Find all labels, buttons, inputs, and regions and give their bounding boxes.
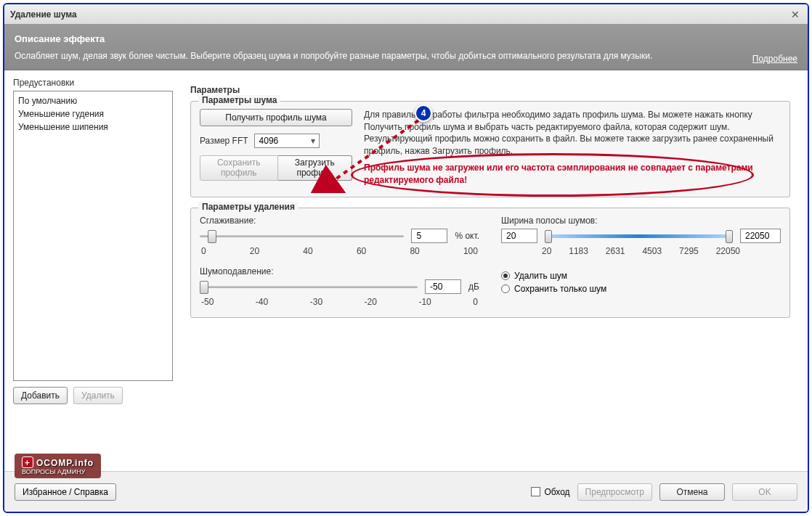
smoothing-slider[interactable] (200, 229, 404, 243)
band-range-slider[interactable] (545, 229, 733, 243)
presets-label: Предустановки (13, 78, 173, 88)
reduction-unit: дБ (468, 282, 479, 292)
close-icon[interactable]: ✕ (789, 8, 802, 21)
description-heading: Описание эффекта (15, 33, 797, 44)
preset-item[interactable]: Уменьшение шипения (18, 120, 168, 134)
dialog-window: Удаление шума ✕ Описание эффекта Ослабля… (3, 3, 809, 513)
fft-select[interactable]: 4096 (254, 134, 320, 148)
radio-icon (501, 271, 510, 280)
error-highlight-ellipse (351, 153, 754, 197)
presets-column: Предустановки По умолчанию Уменьшение гу… (13, 78, 173, 404)
description-text: Ослабляет шум, делая звук более чистым. … (15, 50, 797, 62)
noise-params-group: Параметры шума Получить профиль шума Раз… (190, 101, 790, 197)
preset-item[interactable]: Уменьшение гудения (18, 107, 168, 120)
band-high-input[interactable] (740, 229, 781, 243)
description-panel: Описание эффекта Ослабляет шум, делая зв… (4, 25, 808, 70)
plus-icon: + (22, 456, 33, 468)
reduction-slider[interactable] (200, 279, 418, 294)
load-profile-button[interactable]: Загрузить профиль (278, 155, 353, 181)
noise-params-title: Параметры шума (198, 95, 280, 105)
remove-preset-button[interactable]: Удалить (73, 387, 123, 404)
parameters-group: Параметры Параметры шума Получить профил… (182, 78, 799, 318)
reduction-label: Шумоподавление: (200, 266, 479, 277)
get-profile-button[interactable]: Получить профиль шума (200, 109, 352, 126)
fft-label: Размер FFT (200, 136, 248, 146)
bypass-checkbox[interactable]: Обход (531, 487, 570, 497)
removal-params-group: Параметры удаления Сглаживание: % окт. (190, 208, 790, 318)
save-profile-button[interactable]: Сохранить профиль (200, 155, 278, 181)
radio-remove-noise[interactable]: Удалить шум (501, 271, 781, 281)
footer: Избранное / Справка Обход Предпросмотр О… (4, 471, 808, 512)
watermark: +OCOMP.info ВОПРОСЫ АДМИНУ (15, 454, 101, 478)
more-link[interactable]: Подробнее (752, 54, 797, 64)
band-ticks: 20118326314503729522050 (501, 246, 781, 256)
add-preset-button[interactable]: Добавить (13, 387, 68, 404)
parameters-title: Параметры (190, 85, 790, 95)
smoothing-unit: % окт. (455, 231, 479, 241)
reduction-input[interactable] (425, 279, 461, 294)
body: Предустановки По умолчанию Уменьшение гу… (4, 70, 808, 411)
smoothing-label: Сглаживание: (200, 216, 479, 226)
presets-list[interactable]: По умолчанию Уменьшение гудения Уменьшен… (13, 91, 173, 381)
band-label: Ширина полосы шумов: (501, 216, 781, 226)
ok-button[interactable]: OK (732, 483, 797, 501)
checkbox-icon (531, 487, 540, 496)
smoothing-ticks: 020406080100 (200, 246, 479, 256)
window-title: Удаление шума (10, 9, 789, 20)
parameters-column: Параметры Параметры шума Получить профил… (182, 78, 799, 404)
annotation-bubble-4: 4 (415, 105, 432, 122)
titlebar: Удаление шума ✕ (4, 4, 808, 25)
cancel-button[interactable]: Отмена (659, 483, 725, 501)
radio-keep-noise[interactable]: Сохранить только шум (501, 284, 781, 294)
band-low-input[interactable] (501, 229, 537, 243)
removal-params-title: Параметры удаления (198, 202, 299, 212)
preset-item[interactable]: По умолчанию (18, 94, 168, 107)
smoothing-input[interactable] (411, 229, 447, 243)
favorites-help-button[interactable]: Избранное / Справка (15, 483, 116, 501)
reduction-ticks: -50-40-30-20-100 (200, 297, 479, 307)
radio-icon (501, 284, 510, 293)
preview-button[interactable]: Предпросмотр (577, 483, 652, 501)
